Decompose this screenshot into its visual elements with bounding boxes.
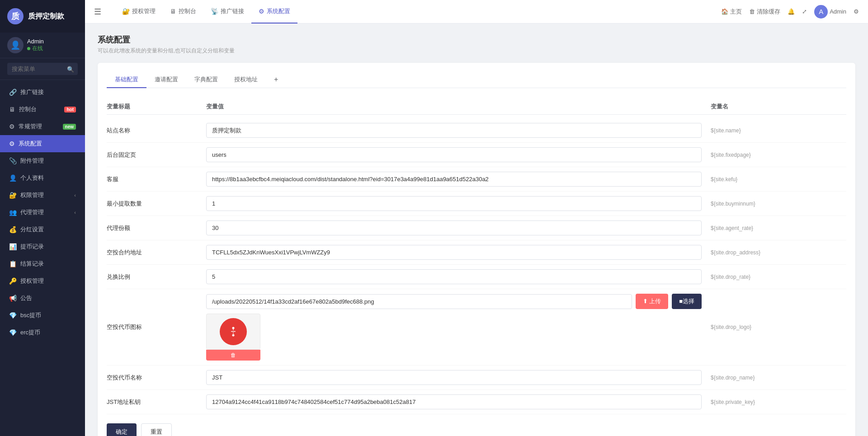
table-row: 空投代币名称 ${site.drop_name} (107, 366, 846, 390)
sidebar-nav: 🔗 推广链接 🖥 控制台 hot ⚙ 常规管理 new ⚙ 系统配置 📎 附件管… (0, 80, 85, 436)
nav-label: 代理管理 (20, 208, 71, 216)
config-input-3[interactable] (206, 196, 702, 211)
sidebar-item-gonggao[interactable]: 📢 公告 (0, 290, 85, 307)
svg-point-2 (232, 327, 235, 329)
sidebar-item-tuiguang[interactable]: 🔗 推广链接 (0, 84, 85, 101)
tab-label: 推广链接 (221, 7, 244, 15)
config-card: 基础配置邀请配置字典配置授权地址+ 变量标题 变量值 变量名 站点名称 ${si… (98, 63, 855, 436)
nav-icon: 👥 (9, 209, 17, 216)
sidebar-item-erctibi[interactable]: 💎 erc提币 (0, 324, 85, 341)
trash-icon: 🗑 (749, 8, 755, 15)
nav-label: 公告 (20, 294, 76, 302)
sidebar-item-changgui[interactable]: ⚙ 常规管理 new (0, 118, 85, 135)
config-input-9[interactable] (206, 394, 702, 409)
gear-icon: ⚙ (854, 8, 859, 15)
topbar-tab-shouquan[interactable]: 🔐 授权管理 (115, 0, 163, 23)
settings-button[interactable]: ⚙ (854, 8, 859, 15)
topbar-tabs: 🔐 授权管理 🖥 控制台 📡 推广链接 ⚙ 系统配置 (115, 0, 297, 23)
sidebar: 质 质押定制款 👤 Admin 在线 🔍 🔗 推广链接 🖥 控制台 hot ⚙ … (0, 0, 85, 436)
config-input-4[interactable] (206, 220, 702, 235)
row-varname: ${site.name} (711, 127, 846, 134)
clear-cache-button[interactable]: 🗑 清除缓存 (749, 8, 780, 16)
table-row: 客服 ${site.kefu} (107, 167, 846, 192)
file-path-input-7[interactable] (206, 294, 632, 309)
drop-logo-icon: ÷ (220, 318, 247, 345)
row-varname: ${site.kefu} (711, 176, 846, 183)
row-value (206, 172, 711, 187)
sidebar-item-shouquanguanli[interactable]: 🔑 授权管理 (0, 272, 85, 290)
notification-button[interactable]: 🔔 (788, 8, 795, 15)
sidebar-item-fujian[interactable]: 📎 附件管理 (0, 152, 85, 169)
sidebar-user: 👤 Admin 在线 (0, 33, 85, 58)
config-input-8[interactable] (206, 370, 702, 385)
nav-label: erc提币 (20, 328, 76, 337)
upload-button[interactable]: ⬆ 上传 (636, 294, 669, 309)
nav-icon: 📋 (9, 260, 17, 267)
home-button[interactable]: 🏠 主页 (721, 8, 742, 16)
row-label: 空投合约地址 (107, 248, 206, 257)
config-tabs: 基础配置邀请配置字典配置授权地址+ (107, 72, 846, 88)
row-label: 最小提取数量 (107, 200, 206, 208)
row-label: 站点名称 (107, 127, 206, 135)
row-varname: ${site.private_key} (711, 399, 846, 405)
select-button[interactable]: ■选择 (672, 294, 702, 309)
row-varname: ${site.buyminnum} (711, 201, 846, 207)
config-tab-yaoqingpeizhi[interactable]: 邀请配置 (146, 72, 186, 88)
table-rows: 站点名称 ${site.name} 后台固定页 ${site.fixedpage… (107, 118, 846, 414)
sidebar-item-quanxian[interactable]: 🔐 权限管理 ‹ (0, 187, 85, 204)
table-row: 空投合约地址 ${site.drop_address} (107, 240, 846, 265)
config-tab-plus[interactable]: + (266, 72, 286, 88)
nav-label: 权限管理 (20, 191, 71, 199)
tab-label: 系统配置 (267, 7, 290, 15)
nav-label: 控制台 (19, 105, 61, 113)
table-row: 兑换比例 ${site.drop_rate} (107, 265, 846, 289)
topbar-tab-xitong[interactable]: ⚙ 系统配置 (251, 0, 297, 23)
nav-label: 结算记录 (20, 260, 76, 268)
col-header-label: 变量标题 (107, 103, 206, 111)
action-buttons: 确定 重置 (107, 423, 846, 436)
image-preview: ÷ (206, 314, 260, 350)
nav-icon: 📊 (9, 243, 17, 250)
config-tab-jichupeizhi[interactable]: 基础配置 (107, 72, 146, 88)
table-row: 后台固定页 ${site.fixedpage} (107, 143, 846, 167)
admin-label: Admin (830, 8, 846, 15)
tab-icon: ⚙ (259, 8, 264, 15)
admin-user[interactable]: A Admin (814, 5, 846, 19)
sidebar-item-tibi[interactable]: 📊 提币记录 (0, 238, 85, 255)
image-delete-button[interactable]: 🗑 (206, 350, 260, 361)
fullscreen-button[interactable]: ⤢ (802, 8, 807, 15)
svg-point-3 (232, 334, 235, 337)
sidebar-item-jiesuan[interactable]: 📋 结算记录 (0, 255, 85, 272)
nav-icon: 👤 (9, 174, 17, 182)
sidebar-item-bsctibi[interactable]: 💎 bsc提币 (0, 307, 85, 324)
nav-label: 个人资料 (20, 174, 76, 182)
config-input-6[interactable] (206, 269, 702, 284)
row-value (206, 147, 711, 162)
sidebar-item-xitong[interactable]: ⚙ 系统配置 (0, 135, 85, 152)
nav-icon: ⚙ (9, 140, 15, 147)
nav-label: 授权管理 (20, 277, 76, 285)
config-tab-shouquandizhi[interactable]: 授权地址 (226, 72, 266, 88)
nav-label: 推广链接 (20, 88, 76, 96)
sidebar-item-geren[interactable]: 👤 个人资料 (0, 169, 85, 187)
config-input-2[interactable] (206, 172, 702, 187)
row-label: 后台固定页 (107, 151, 206, 159)
sidebar-item-fenhong[interactable]: 💰 分红设置 (0, 221, 85, 238)
sidebar-item-kongzhitai[interactable]: 🖥 控制台 hot (0, 101, 85, 118)
topbar-tab-kongzhitai[interactable]: 🖥 控制台 (163, 0, 203, 23)
badge-new: new (63, 124, 76, 130)
config-input-0[interactable] (206, 123, 702, 138)
confirm-button[interactable]: 确定 (107, 423, 137, 436)
reset-button[interactable]: 重置 (141, 423, 172, 436)
config-input-5[interactable] (206, 245, 702, 260)
row-varname: ${site.fixedpage} (711, 152, 846, 158)
admin-avatar: A (814, 5, 828, 19)
menu-toggle-button[interactable]: ☰ (94, 7, 101, 17)
config-input-1[interactable] (206, 147, 702, 162)
tab-label: 控制台 (179, 7, 196, 15)
table-row: JST地址私钥 ${site.private_key} (107, 390, 846, 414)
topbar-tab-tuiguang[interactable]: 📡 推广链接 (203, 0, 251, 23)
config-tab-zidianpeizhi[interactable]: 字典配置 (186, 72, 226, 88)
home-label: 主页 (730, 8, 742, 16)
sidebar-item-daili[interactable]: 👥 代理管理 ‹ (0, 204, 85, 221)
